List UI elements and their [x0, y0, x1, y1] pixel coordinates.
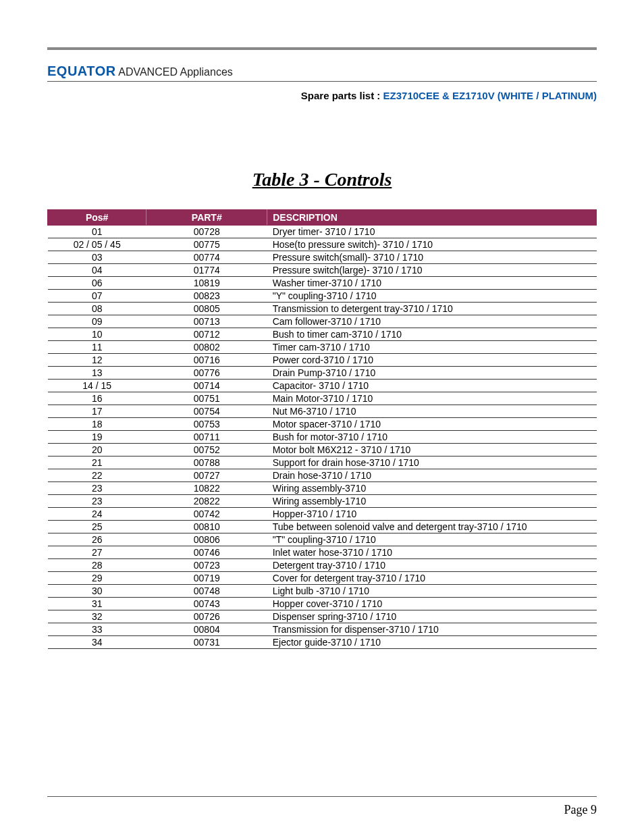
table-row: 1600751Main Motor-3710 / 1710: [48, 392, 597, 405]
cell-pos: 22: [48, 469, 146, 482]
cell-part: 20822: [146, 495, 267, 508]
cell-part: 00728: [146, 226, 267, 238]
table-row: 3400731Ejector guide-3710 / 1710: [48, 636, 597, 649]
cell-pos: 29: [48, 572, 146, 585]
cell-desc: Ejector guide-3710 / 1710: [267, 636, 597, 649]
cell-desc: Drain hose-3710 / 1710: [267, 469, 597, 482]
table-row: 0610819Washer timer-3710 / 1710: [48, 277, 597, 290]
cell-part: 00742: [146, 508, 267, 521]
cell-desc: Tube between solenoid valve and detergen…: [267, 521, 597, 533]
table-row: 1800753Motor spacer-3710 / 1710: [48, 418, 597, 431]
cell-part: 00810: [146, 521, 267, 533]
cell-part: 00711: [146, 431, 267, 444]
cell-part: 00788: [146, 457, 267, 469]
cell-pos: 19: [48, 431, 146, 444]
table-row: 02 / 05 / 4500775Hose(to pressure switch…: [48, 238, 597, 251]
table-row: 3000748Light bulb -3710 / 1710: [48, 585, 597, 598]
table-row: 0100728Dryer timer- 3710 / 1710: [48, 226, 597, 238]
cell-desc: Dryer timer- 3710 / 1710: [267, 226, 597, 238]
table-row: 0401774Pressure switch(large)- 3710 / 17…: [48, 264, 597, 277]
table-row: 1100802Timer cam-3710 / 1710: [48, 341, 597, 354]
table-row: 1000712Bush to timer cam-3710 / 1710: [48, 328, 597, 341]
cell-pos: 09: [48, 315, 146, 328]
cell-desc: Drain Pump-3710 / 1710: [267, 367, 597, 380]
cell-part: 00743: [146, 598, 267, 610]
cell-part: 00804: [146, 623, 267, 636]
table-row: 14 / 1500714Capacitor- 3710 / 1710: [48, 380, 597, 392]
table-row: 0300774Pressure switch(small)- 3710 / 17…: [48, 251, 597, 264]
table-row: 2800723Detergent tray-3710 / 1710: [48, 559, 597, 572]
cell-part: 00712: [146, 328, 267, 341]
table-row: 2900719Cover for detergent tray-3710 / 1…: [48, 572, 597, 585]
cell-desc: Pressure switch(small)- 3710 / 1710: [267, 251, 597, 264]
cell-pos: 32: [48, 610, 146, 623]
cell-part: 00723: [146, 559, 267, 572]
cell-desc: Inlet water hose-3710 / 1710: [267, 546, 597, 559]
cell-part: 00754: [146, 405, 267, 418]
cell-part: 00774: [146, 251, 267, 264]
cell-part: 00713: [146, 315, 267, 328]
cell-part: 00751: [146, 392, 267, 405]
cell-part: 10822: [146, 482, 267, 495]
cell-pos: 26: [48, 533, 146, 546]
cell-desc: Pressure switch(large)- 3710 / 1710: [267, 264, 597, 277]
cell-desc: Capacitor- 3710 / 1710: [267, 380, 597, 392]
cell-pos: 10: [48, 328, 146, 341]
cell-pos: 12: [48, 354, 146, 367]
cell-desc: Wiring assembly-3710: [267, 482, 597, 495]
cell-pos: 16: [48, 392, 146, 405]
table-row: 1900711Bush for motor-3710 / 1710: [48, 431, 597, 444]
cell-desc: Transmission for dispenser-3710 / 1710: [267, 623, 597, 636]
table-row: 2400742Hopper-3710 / 1710: [48, 508, 597, 521]
table-row: 2320822Wiring assembly-1710: [48, 495, 597, 508]
header-desc: DESCRIPTION: [267, 210, 597, 226]
cell-desc: Power cord-3710 / 1710: [267, 354, 597, 367]
table-row: 1300776Drain Pump-3710 / 1710: [48, 367, 597, 380]
cell-pos: 18: [48, 418, 146, 431]
cell-desc: Washer timer-3710 / 1710: [267, 277, 597, 290]
cell-pos: 04: [48, 264, 146, 277]
cell-desc: Motor bolt M6X212 - 3710 / 1710: [267, 444, 597, 457]
table-row: 0700823"Y" coupling-3710 / 1710: [48, 290, 597, 303]
cell-part: 00746: [146, 546, 267, 559]
brand-suffix: ADVANCED Appliances: [116, 66, 233, 78]
cell-desc: Bush for motor-3710 / 1710: [267, 431, 597, 444]
cell-desc: Cover for detergent tray-3710 / 1710: [267, 572, 597, 585]
table-row: 2200727Drain hose-3710 / 1710: [48, 469, 597, 482]
cell-pos: 03: [48, 251, 146, 264]
cell-desc: "Y" coupling-3710 / 1710: [267, 290, 597, 303]
cell-pos: 25: [48, 521, 146, 533]
cell-desc: Support for drain hose-3710 / 1710: [267, 457, 597, 469]
cell-desc: Hose(to pressure switch)- 3710 / 1710: [267, 238, 597, 251]
cell-desc: Dispenser spring-3710 / 1710: [267, 610, 597, 623]
cell-desc: Light bulb -3710 / 1710: [267, 585, 597, 598]
cell-part: 00731: [146, 636, 267, 649]
cell-pos: 07: [48, 290, 146, 303]
brand-name: EQUATOR: [47, 63, 116, 78]
cell-pos: 33: [48, 623, 146, 636]
cell-part: 00802: [146, 341, 267, 354]
cell-desc: Motor spacer-3710 / 1710: [267, 418, 597, 431]
header-pos: Pos#: [48, 210, 146, 226]
cell-desc: "T" coupling-3710 / 1710: [267, 533, 597, 546]
spare-label: Spare parts list :: [301, 90, 383, 101]
cell-part: 00716: [146, 354, 267, 367]
table-row: 3300804Transmission for dispenser-3710 /…: [48, 623, 597, 636]
page-number: Page 9: [564, 803, 597, 817]
spare-parts-line: Spare parts list : EZ3710CEE & EZ1710V (…: [47, 90, 597, 101]
cell-pos: 02 / 05 / 45: [48, 238, 146, 251]
footer-rule: [47, 796, 597, 797]
cell-pos: 11: [48, 341, 146, 354]
cell-pos: 34: [48, 636, 146, 649]
cell-part: 10819: [146, 277, 267, 290]
cell-pos: 21: [48, 457, 146, 469]
cell-pos: 13: [48, 367, 146, 380]
parts-table: Pos# PART# DESCRIPTION 0100728Dryer time…: [47, 209, 597, 649]
cell-part: 00748: [146, 585, 267, 598]
cell-pos: 06: [48, 277, 146, 290]
cell-pos: 30: [48, 585, 146, 598]
table-row: 0900713Cam follower-3710 / 1710: [48, 315, 597, 328]
cell-pos: 28: [48, 559, 146, 572]
cell-part: 00775: [146, 238, 267, 251]
header-part: PART#: [146, 210, 267, 226]
